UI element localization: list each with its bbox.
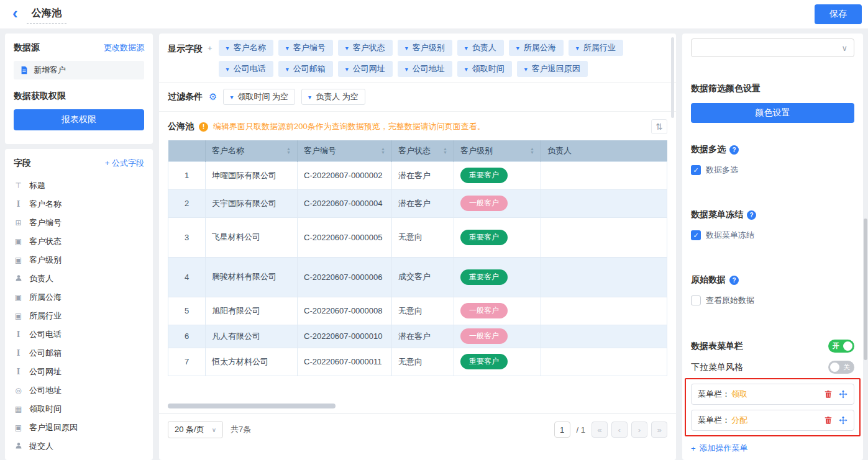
checkbox-label: 数据多选 [706, 165, 738, 176]
field-item-customer-status[interactable]: ▣客户状态 [14, 232, 144, 251]
chevron-down-icon: ▾ [524, 66, 528, 73]
checkbox-checked-icon[interactable]: ✓ [691, 165, 701, 175]
menu-bar-item[interactable]: 菜单栏： 领取 [691, 384, 854, 405]
field-item-website[interactable]: I公司网址 [14, 363, 144, 381]
display-chip[interactable]: ▾客户编号 [278, 40, 333, 56]
sort-icon[interactable]: ▲▼ [443, 147, 447, 155]
field-item-phone[interactable]: I公司电话 [14, 325, 144, 344]
display-chip[interactable]: ▾公司电话 [219, 61, 273, 77]
freeze-option[interactable]: ✓ 数据菜单冻结 [691, 230, 854, 241]
help-icon[interactable]: ? [729, 276, 739, 285]
checkbox-checked-icon[interactable]: ✓ [691, 230, 701, 240]
dropdown-toggle-off[interactable]: 关 [828, 361, 854, 374]
table-row: 2 天宇国际有限公司 C-20220607-0000004 潜在客户 一般客户 [168, 189, 667, 217]
field-item-return-reason[interactable]: ▣客户退回原因 [14, 418, 144, 437]
menubar-toggle-on[interactable]: 开 [828, 340, 854, 353]
cell-code: C-20220607-0000006 [298, 257, 392, 297]
sort-order-icon[interactable]: ⇅ [651, 119, 667, 134]
multi-select-option[interactable]: ✓ 数据多选 [691, 165, 854, 176]
trash-icon[interactable] [824, 390, 833, 399]
chevron-down-icon: ▾ [226, 45, 229, 52]
cell-level: 重要客户 [454, 257, 541, 297]
chevron-down-icon: ▾ [230, 94, 233, 101]
display-chip[interactable]: ▾所属公海 [509, 40, 564, 56]
page-vertical-scrollbar[interactable] [864, 219, 867, 360]
field-item-customer-code[interactable]: ⊞客户编号 [14, 214, 144, 232]
datasource-item[interactable]: 新增客户 [14, 61, 144, 79]
display-chip[interactable]: ▾公司地址 [398, 61, 452, 77]
sort-icon[interactable]: ▲▼ [286, 147, 291, 155]
change-datasource-link[interactable]: 更改数据源 [104, 42, 144, 53]
menu-bar-item[interactable]: 菜单栏： 分配 [691, 410, 854, 431]
field-item-customer-level[interactable]: ▣客户级别 [14, 251, 144, 269]
column-header-level[interactable]: 客户级别▲▼ [454, 140, 541, 161]
filter-chip[interactable]: ▾负责人 为空 [301, 89, 365, 105]
display-chip[interactable]: ▾公司邮箱 [278, 61, 333, 77]
text-icon: I [14, 200, 23, 209]
move-icon[interactable] [839, 416, 847, 425]
cell-name: 天宇国际有限公司 [206, 189, 298, 217]
save-button[interactable]: 保存 [815, 4, 862, 24]
first-page-button[interactable]: « [592, 422, 608, 438]
column-header-status[interactable]: 客户状态▲▼ [392, 140, 454, 161]
chip-label: 客户退回原因 [532, 63, 580, 74]
display-chip[interactable]: ▾领取时间 [457, 61, 512, 77]
display-chip[interactable]: ▾所属行业 [569, 40, 623, 56]
prev-page-button[interactable]: ‹ [611, 422, 628, 438]
add-display-field-icon[interactable]: + [208, 40, 212, 53]
field-item-public-sea[interactable]: ▣所属公海 [14, 288, 144, 307]
help-icon[interactable]: ? [747, 210, 756, 220]
cell-owner [541, 297, 667, 325]
column-header-code[interactable]: 客户编号▲▼ [298, 140, 392, 161]
person-icon [14, 274, 23, 284]
back-icon[interactable]: ‹ [6, 5, 27, 24]
page-size-select[interactable]: 20 条/页 ∨ [168, 421, 223, 438]
gear-icon[interactable]: ⚙ [209, 91, 217, 102]
next-page-button[interactable]: › [631, 422, 647, 438]
filter-chip[interactable]: ▾领取时间 为空 [223, 89, 295, 105]
datasource-title: 数据源 [14, 42, 40, 53]
display-chip[interactable]: ▾客户状态 [338, 40, 393, 56]
column-header-name[interactable]: 客户名称▲▼ [206, 140, 298, 161]
sort-icon[interactable]: ▲▼ [381, 147, 385, 155]
sort-icon[interactable]: ▲▼ [530, 147, 534, 155]
add-action-menu-link[interactable]: + 添加操作菜单 [691, 443, 854, 454]
display-chip[interactable]: ▾客户名称 [219, 40, 273, 56]
field-item-claim-time[interactable]: ▦领取时间 [14, 400, 144, 418]
display-chip[interactable]: ▾公司网址 [338, 61, 393, 77]
field-item-title[interactable]: ⊤标题 [14, 176, 144, 195]
display-chip[interactable]: ▾负责人 [457, 40, 504, 56]
checkbox-unchecked-icon[interactable] [691, 295, 701, 305]
column-header-owner[interactable]: 负责人 [541, 140, 667, 161]
field-label: 标题 [29, 180, 45, 191]
field-item-customer-name[interactable]: I客户名称 [14, 195, 144, 214]
chevron-down-icon: ▾ [405, 66, 408, 73]
page-title[interactable]: 公海池 [27, 6, 66, 24]
field-item-submitter[interactable]: 提交人 [14, 437, 144, 456]
annotation-highlight-box: 菜单栏： 领取 菜单栏： 分配 [685, 378, 861, 436]
row-index: 1 [168, 161, 206, 189]
color-setting-button[interactable]: 颜色设置 [691, 103, 854, 123]
field-item-email[interactable]: I公司邮箱 [14, 344, 144, 363]
chip-label: 领取时间 [472, 63, 505, 74]
settings-select[interactable]: ∨ [691, 38, 854, 57]
table-row: 1 坤曜国际有限公司 C-20220607-0000002 潜在客户 重要客户 [168, 161, 667, 189]
field-item-address[interactable]: ◎公司地址 [14, 381, 144, 400]
trash-icon[interactable] [824, 416, 833, 425]
display-chip[interactable]: ▾客户级别 [398, 40, 452, 56]
chevron-down-icon: ▾ [345, 45, 349, 52]
field-item-industry[interactable]: ▣所属行业 [14, 307, 144, 325]
display-chip[interactable]: ▾客户退回原因 [517, 61, 588, 77]
menu-prefix-label: 菜单栏： [698, 389, 730, 400]
last-page-button[interactable]: » [651, 422, 667, 438]
help-icon[interactable]: ? [729, 145, 739, 155]
raw-data-option[interactable]: 查看原始数据 [691, 295, 854, 306]
vertical-scrollbar[interactable] [671, 37, 674, 118]
field-item-owner[interactable]: 负责人 [14, 269, 144, 288]
current-page-button[interactable]: 1 [554, 422, 570, 438]
add-formula-field-link[interactable]: + 公式字段 [105, 158, 144, 169]
move-icon[interactable] [839, 390, 847, 399]
horizontal-scrollbar[interactable] [168, 404, 336, 408]
report-permission-button[interactable]: 报表权限 [14, 109, 144, 130]
menubar-title-row: 数据表菜单栏 开 [691, 340, 854, 353]
